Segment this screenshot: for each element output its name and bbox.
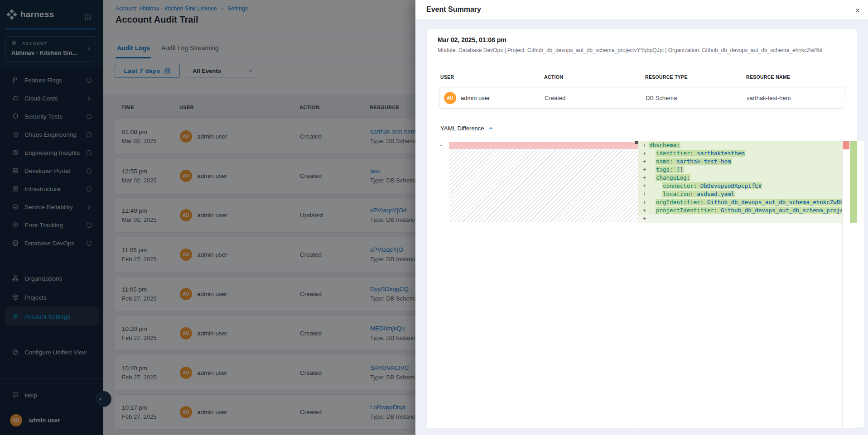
diff-added-line: +orgIdentifier: Github_db_devops_aut_db_… [638, 198, 842, 206]
diff-added-line: +projectIdentifier: Github_db_devops_aut… [638, 206, 842, 215]
yaml-diff-viewer[interactable]: - +dbschema: +identifier: sarthaktesthem… [437, 141, 864, 427]
diff-added-line: +location: asdsad.yaml [638, 190, 842, 198]
diff-added-line: +dbschema: [638, 141, 842, 149]
event-column-user: USER [440, 74, 454, 80]
event-resource-name: sarthak-test-hem [747, 95, 791, 101]
event-resource-type: DB Schema [646, 95, 677, 101]
event-column-resource-name: RESOURCE NAME [746, 74, 790, 80]
yaml-difference-toggle[interactable]: YAML Difference [440, 125, 494, 132]
chevron-up-icon [488, 125, 494, 131]
overview-ruler-added-marker[interactable] [850, 141, 857, 223]
event-action: Created [545, 95, 565, 101]
empty-diff-region [449, 149, 638, 222]
added-lines: +dbschema: +identifier: sarthaktesthem +… [638, 141, 842, 223]
avatar: AU [444, 92, 456, 104]
diff-added-line: + [638, 215, 842, 223]
event-card: Mar 02, 2025, 01:08 pm Module: Database … [426, 29, 858, 429]
diff-added-line: +changeLog: [638, 174, 842, 182]
event-user-name: admin user [461, 95, 490, 101]
diff-added-line: +identifier: sarthaktesthem [638, 149, 842, 158]
event-row: AU admin user Created DB Schema sarthak-… [439, 87, 845, 109]
drawer-title: Event Summary [426, 5, 481, 14]
drawer-header: Event Summary [415, 0, 868, 20]
close-icon[interactable] [854, 6, 862, 14]
event-summary-drawer: Event Summary Mar 02, 2025, 01:08 pm Mod… [415, 0, 868, 435]
event-column-resource-type: RESOURCE TYPE [645, 74, 688, 80]
diff-right-border [842, 141, 843, 427]
app-window: harness ACCOUNT Abhinav - Kitchen Sin...… [0, 0, 868, 435]
diff-added-line: +connector: DbDevopsoBKpcpIfEV [638, 182, 842, 190]
overview-ruler-removed-marker [843, 141, 849, 149]
event-meta: Module: Database DevOps | Project: Githu… [438, 47, 845, 53]
removed-line-gutter: - [439, 142, 443, 148]
event-datetime: Mar 02, 2025, 01:08 pm [438, 36, 506, 43]
diff-added-line: +name: sarthak-test-hem [638, 158, 842, 166]
removed-line-marker [449, 142, 638, 149]
diff-added-line: +tags: [] [638, 166, 842, 174]
indent-guide [659, 182, 659, 198]
event-column-action: ACTION [544, 74, 563, 80]
